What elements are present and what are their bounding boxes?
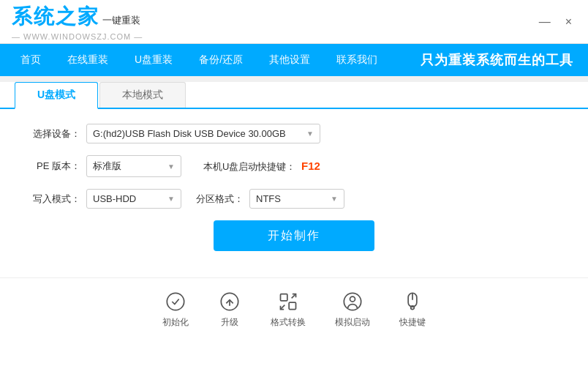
- pe-row: PE 版本： 标准版 ▼ 本机U盘启动快捷键： F12: [29, 155, 559, 177]
- title-bar: 系统之家 一键重装 — WWW.WINDOWSZJ.COM — — ×: [0, 0, 588, 44]
- partition-value: NTFS: [256, 193, 281, 204]
- tool-shortcuts[interactable]: 快捷键: [399, 290, 426, 329]
- nav-item-settings[interactable]: 其他设置: [256, 44, 323, 76]
- title-left: 系统之家 一键重装 — WWW.WINDOWSZJ.COM —: [12, 3, 143, 41]
- minimize-button[interactable]: —: [535, 14, 555, 30]
- upload-circle-icon: [218, 290, 241, 313]
- tool-initialize[interactable]: 初始化: [162, 290, 189, 329]
- write-arrow-icon: ▼: [167, 195, 175, 203]
- svg-point-0: [167, 293, 184, 310]
- tool-format-convert-label: 格式转换: [271, 316, 306, 329]
- app-url: — WWW.WINDOWSZJ.COM —: [12, 32, 143, 41]
- nav-item-home[interactable]: 首页: [7, 44, 54, 76]
- write-value: USB-HDD: [93, 193, 136, 204]
- nav-item-backup[interactable]: 备份/还原: [186, 44, 256, 76]
- start-button[interactable]: 开始制作: [214, 220, 374, 251]
- app-logo: 系统之家: [12, 3, 99, 31]
- user-circle-icon: [341, 290, 364, 313]
- nav-item-online[interactable]: 在线重装: [54, 44, 121, 76]
- svg-point-6: [350, 296, 355, 302]
- svg-rect-4: [289, 302, 295, 309]
- pe-arrow-icon: ▼: [167, 163, 175, 171]
- pe-value: 标准版: [93, 160, 121, 173]
- nav-slogan: 只为重装系统而生的工具: [421, 51, 588, 69]
- write-row: 写入模式： USB-HDD ▼ 分区格式： NTFS ▼: [29, 189, 559, 209]
- nav-item-usb[interactable]: U盘重装: [121, 44, 186, 76]
- check-circle-icon: [164, 290, 187, 313]
- svg-point-9: [411, 306, 415, 310]
- tool-simulate-boot[interactable]: 模拟启动: [335, 290, 370, 329]
- device-label: 选择设备：: [29, 127, 80, 141]
- app-subtitle: 一键重装: [102, 14, 140, 27]
- bottom-toolbar: 初始化 升级: [0, 277, 588, 336]
- shortcut-info: 本机U盘启动快捷键： F12: [203, 160, 320, 173]
- close-button[interactable]: ×: [561, 14, 576, 30]
- shortcut-label: 本机U盘启动快捷键：: [203, 161, 295, 172]
- partition-arrow-icon: ▼: [331, 195, 338, 203]
- nav-item-contact[interactable]: 联系我们: [323, 44, 391, 76]
- tool-initialize-label: 初始化: [162, 316, 189, 329]
- form-area: 选择设备： G:(hd2)USB Flash Disk USB Device 3…: [0, 109, 588, 266]
- pe-select[interactable]: 标准版 ▼: [86, 155, 181, 177]
- write-label: 写入模式：: [29, 193, 80, 206]
- tab-local-mode[interactable]: 本地模式: [99, 82, 186, 108]
- partition-label: 分区格式：: [196, 193, 244, 206]
- tab-bar: U盘模式 本地模式: [0, 82, 588, 109]
- device-select[interactable]: G:(hd2)USB Flash Disk USB Device 30.00GB…: [86, 124, 320, 143]
- svg-rect-3: [281, 294, 287, 301]
- title-main: 系统之家 一键重装: [12, 3, 143, 31]
- device-value: G:(hd2)USB Flash Disk USB Device 30.00GB: [93, 128, 286, 139]
- tool-upgrade[interactable]: 升级: [218, 290, 241, 329]
- partition-select[interactable]: NTFS ▼: [249, 189, 344, 209]
- mouse-icon: [401, 290, 424, 313]
- tool-simulate-boot-label: 模拟启动: [335, 316, 370, 329]
- tool-upgrade-label: 升级: [221, 316, 238, 329]
- convert-icon: [276, 290, 300, 313]
- tool-format-convert[interactable]: 格式转换: [271, 290, 306, 329]
- write-select[interactable]: USB-HDD ▼: [86, 189, 181, 209]
- main-content: U盘模式 本地模式 选择设备： G:(hd2)USB Flash Disk US…: [0, 82, 588, 377]
- device-arrow-icon: ▼: [306, 130, 314, 138]
- pe-label: PE 版本：: [29, 160, 80, 173]
- tool-shortcuts-label: 快捷键: [399, 316, 426, 329]
- device-row: 选择设备： G:(hd2)USB Flash Disk USB Device 3…: [29, 124, 559, 143]
- nav-bar: 首页 在线重装 U盘重装 备份/还原 其他设置 联系我们 只为重装系统而生的工具: [0, 44, 588, 76]
- window-controls: — ×: [535, 14, 576, 30]
- tab-usb-mode[interactable]: U盘模式: [15, 82, 98, 109]
- shortcut-key: F12: [301, 160, 320, 172]
